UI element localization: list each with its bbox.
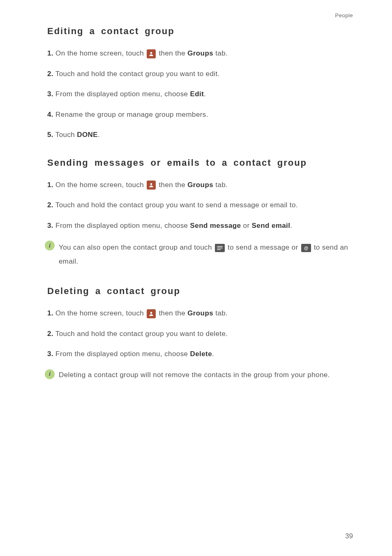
message-icon bbox=[215, 244, 225, 252]
svg-point-1 bbox=[150, 183, 152, 185]
step-number: 1. bbox=[47, 181, 53, 189]
step-1-1: 1. On the home screen, touch then the Gr… bbox=[47, 48, 353, 59]
note-text: Deleting a contact group will not remove… bbox=[59, 369, 330, 380]
step-number: 3. bbox=[47, 350, 53, 358]
step-text: tab. bbox=[213, 49, 228, 57]
svg-text:@: @ bbox=[304, 245, 308, 250]
step-number: 4. bbox=[47, 111, 53, 118]
step-2-1: 1. On the home screen, touch then the Gr… bbox=[47, 180, 353, 190]
step-text: . bbox=[290, 222, 292, 229]
step-text: On the home screen, touch bbox=[55, 49, 146, 57]
done-label: DONE bbox=[77, 131, 98, 139]
step-text: then the bbox=[159, 181, 187, 189]
groups-label: Groups bbox=[187, 309, 213, 317]
info-icon: i bbox=[45, 241, 55, 250]
step-text: From the displayed option menu, choose bbox=[55, 90, 190, 98]
heading-deleting-contact-group: Deleting a contact group bbox=[47, 286, 353, 297]
step-3-3: 3. From the displayed option menu, choos… bbox=[47, 349, 353, 359]
info-icon: i bbox=[45, 369, 55, 379]
svg-point-0 bbox=[150, 52, 152, 54]
step-text: tab. bbox=[213, 181, 228, 189]
contacts-icon bbox=[147, 49, 156, 58]
note-text-part: to send a message or bbox=[228, 243, 300, 251]
step-number: 1. bbox=[47, 309, 53, 317]
step-text: . bbox=[212, 350, 214, 358]
email-icon: @ bbox=[301, 244, 311, 252]
step-1-3: 3. From the displayed option menu, choos… bbox=[47, 89, 353, 100]
step-number: 5. bbox=[47, 131, 53, 139]
note-text: You can also open the contact group and … bbox=[59, 241, 353, 269]
step-text: tab. bbox=[213, 309, 228, 317]
step-text: Touch bbox=[55, 131, 77, 139]
step-2-2: 2. Touch and hold the contact group you … bbox=[47, 200, 353, 211]
step-text: On the home screen, touch bbox=[55, 181, 146, 189]
note-text-part: You can also open the contact group and … bbox=[59, 243, 214, 251]
send-message-label: Send message bbox=[190, 222, 241, 229]
step-1-5: 5. Touch DONE. bbox=[47, 130, 353, 140]
step-3-2: 2. Touch and hold the contact group you … bbox=[47, 329, 353, 339]
step-number: 3. bbox=[47, 90, 53, 98]
step-text: Rename the group or manage group members… bbox=[55, 111, 208, 118]
step-1-2: 2. Touch and hold the contact group you … bbox=[47, 69, 353, 79]
edit-label: Edit bbox=[190, 90, 204, 98]
step-text: Touch and hold the contact group you wan… bbox=[55, 70, 220, 78]
heading-editing-contact-group: Editing a contact group bbox=[47, 26, 353, 37]
header-section-label: People bbox=[47, 12, 353, 19]
step-number: 2. bbox=[47, 70, 53, 78]
step-text: From the displayed option menu, choose bbox=[55, 222, 190, 229]
step-number: 2. bbox=[47, 330, 53, 338]
step-text: then the bbox=[159, 49, 187, 57]
contacts-icon bbox=[147, 309, 156, 318]
step-text: Touch and hold the contact group you wan… bbox=[55, 330, 228, 338]
page-number: 39 bbox=[345, 532, 353, 540]
step-number: 3. bbox=[47, 222, 53, 229]
step-3-1: 1. On the home screen, touch then the Gr… bbox=[47, 308, 353, 319]
info-note: i You can also open the contact group an… bbox=[45, 241, 353, 269]
groups-label: Groups bbox=[187, 49, 213, 57]
step-2-3: 3. From the displayed option menu, choos… bbox=[47, 220, 353, 231]
step-text: On the home screen, touch bbox=[55, 309, 146, 317]
step-text: . bbox=[98, 131, 100, 139]
step-text: . bbox=[204, 90, 206, 98]
delete-label: Delete bbox=[190, 350, 212, 358]
step-text: Touch and hold the contact group you wan… bbox=[55, 201, 298, 209]
step-number: 1. bbox=[47, 49, 53, 57]
svg-point-6 bbox=[150, 312, 152, 314]
step-text: or bbox=[241, 222, 251, 229]
info-note: i Deleting a contact group will not remo… bbox=[45, 369, 353, 380]
step-text: From the displayed option menu, choose bbox=[55, 350, 190, 358]
send-email-label: Send email bbox=[252, 222, 291, 229]
step-number: 2. bbox=[47, 201, 53, 209]
step-1-4: 4. Rename the group or manage group memb… bbox=[47, 109, 353, 120]
step-text: then the bbox=[159, 309, 187, 317]
groups-label: Groups bbox=[187, 181, 213, 189]
contacts-icon bbox=[147, 181, 156, 190]
heading-sending-messages: Sending messages or emails to a contact … bbox=[47, 158, 353, 168]
